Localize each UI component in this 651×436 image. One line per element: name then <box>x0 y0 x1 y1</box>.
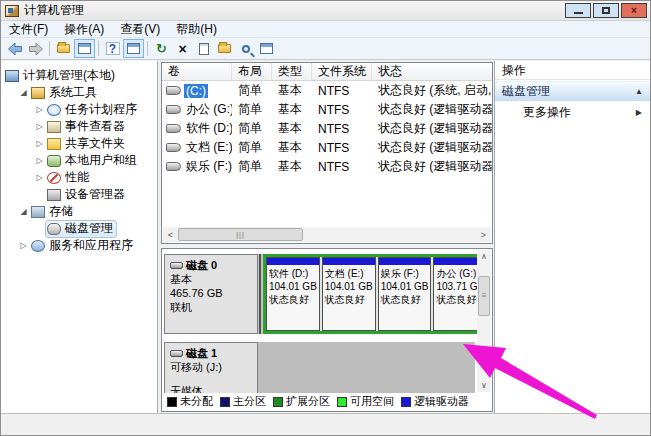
open-button[interactable] <box>214 39 235 58</box>
disk-graphical-pane: 磁盘 0 基本 465.76 GB 联机 (C:) 50.01 GB 状态良好 <box>161 248 493 412</box>
logical-drive-bar <box>267 258 319 265</box>
close-button[interactable]: × <box>621 3 647 18</box>
volume-fs: NTFS <box>312 122 372 136</box>
action-pane-icon <box>127 43 140 54</box>
center-panes: 卷 布局 类型 文件系统 状态 (C:) 简单 基本 NTFS 状态良好 (系统… <box>158 61 496 413</box>
window-bottom-strip <box>1 413 650 435</box>
table-row[interactable]: (C:) 简单 基本 NTFS 状态良好 (系统, 启动, <box>162 81 492 100</box>
collapsed-icon[interactable]: ▷ <box>17 241 30 250</box>
delete-button[interactable]: × <box>172 39 193 58</box>
collapsed-icon[interactable]: ▷ <box>33 122 46 131</box>
disk-1-label[interactable]: 磁盘 1 可移动 (J:) 无媒体 <box>164 342 258 394</box>
partition-legend: 未分配 主分区 扩展分区 可用空间 逻辑驱动器 <box>163 393 491 410</box>
scroll-up-icon[interactable]: ∧ <box>477 250 491 263</box>
tree-item-performance[interactable]: ▷ 性能 <box>1 169 157 186</box>
volume-layout: 简单 <box>232 101 272 118</box>
table-row[interactable]: 娱乐 (F:) 简单 基本 NTFS 状态良好 (逻辑驱动器 <box>162 157 492 176</box>
volume-status: 状态良好 (逻辑驱动器 <box>372 101 492 118</box>
show-action-pane-toggle[interactable] <box>123 39 144 58</box>
volume-type: 基本 <box>272 158 312 175</box>
tree-item-label: 任务计划程序 <box>65 101 137 118</box>
volume-status: 状态良好 (逻辑驱动器 <box>372 120 492 137</box>
tree-item-system-tools[interactable]: ◢ 系统工具 <box>1 84 157 101</box>
partition-d[interactable]: 软件 (D:) 104.01 GB 状态良好 <box>266 257 320 331</box>
legend-label: 主分区 <box>233 394 266 409</box>
console-window-icon <box>260 43 273 54</box>
volume-status: 状态良好 (系统, 启动, <box>372 82 492 99</box>
tree-item-shared-folders[interactable]: ▷ 共享文件夹 <box>1 135 157 152</box>
chevron-right-icon: ▶ <box>636 108 642 117</box>
search-icon <box>242 45 250 53</box>
menu-view[interactable]: 查看(V) <box>112 21 168 37</box>
volume-type: 基本 <box>272 139 312 156</box>
help-icon: ? <box>106 42 120 55</box>
scroll-left-icon[interactable]: < <box>163 230 178 240</box>
disk-0-label[interactable]: 磁盘 0 基本 465.76 GB 联机 <box>164 254 258 334</box>
menu-bar: 文件(F) 操作(A) 查看(V) 帮助(H) <box>1 21 650 38</box>
tree-item-services-applications[interactable]: ▷ 服务和应用程序 <box>1 237 157 254</box>
tree-item-event-viewer[interactable]: ▷ 事件查看器 <box>1 118 157 135</box>
column-header-type[interactable]: 类型 <box>272 63 312 80</box>
folder-up-icon <box>57 44 70 53</box>
up-level-button[interactable] <box>53 39 74 58</box>
console-window-button[interactable] <box>256 39 277 58</box>
tree-item-storage[interactable]: ◢ 存储 <box>1 203 157 220</box>
tree-item-disk-management[interactable]: 磁盘管理 <box>1 220 157 237</box>
title-bar[interactable]: 计算机管理 × <box>1 1 650 21</box>
scroll-right-icon[interactable]: > <box>476 230 491 240</box>
partition-c[interactable]: (C:) 50.01 GB 状态良好 <box>259 254 261 334</box>
volume-icon <box>166 105 181 114</box>
table-row[interactable]: 办公 (G:) 简单 基本 NTFS 状态良好 (逻辑驱动器 <box>162 100 492 119</box>
partition-f[interactable]: 娱乐 (F:) 104.01 GB 状态良好 <box>378 257 432 331</box>
refresh-icon: ↻ <box>156 42 167 55</box>
collapsed-icon[interactable]: ▷ <box>33 139 46 148</box>
volume-fs: NTFS <box>312 84 372 98</box>
volume-name: 娱乐 (F:) <box>184 158 232 175</box>
window-title: 计算机管理 <box>24 2 84 19</box>
properties-button[interactable] <box>193 39 214 58</box>
scrollbar-thumb[interactable]: ||| <box>178 228 303 241</box>
collapse-icon[interactable]: ▲ <box>635 87 643 96</box>
partition-status: 状态良好 <box>325 293 373 306</box>
back-button[interactable] <box>4 39 25 58</box>
menu-help[interactable]: 帮助(H) <box>168 21 225 37</box>
column-header-volume[interactable]: 卷 <box>162 63 232 80</box>
open-folder-icon <box>218 44 231 53</box>
partition-name: 软件 (D:) <box>269 267 317 280</box>
tree-item-local-users-groups[interactable]: ▷ 本地用户和组 <box>1 152 157 169</box>
menu-file[interactable]: 文件(F) <box>1 21 56 37</box>
column-header-status[interactable]: 状态 <box>372 63 492 80</box>
column-header-layout[interactable]: 布局 <box>232 63 272 80</box>
scrollbar-thumb[interactable]: ≡ <box>478 276 490 316</box>
actions-section-disk-management[interactable]: 磁盘管理 ▲ <box>495 81 650 101</box>
app-icon <box>5 5 19 17</box>
collapsed-icon[interactable]: ▷ <box>33 105 46 114</box>
forward-button[interactable] <box>25 39 46 58</box>
menu-action[interactable]: 操作(A) <box>56 21 112 37</box>
refresh-button[interactable]: ↻ <box>151 39 172 58</box>
table-row[interactable]: 文档 (E:) 简单 基本 NTFS 状态良好 (逻辑驱动器 <box>162 138 492 157</box>
expanded-icon[interactable]: ◢ <box>17 207 30 216</box>
table-row[interactable]: 软件 (D:) 简单 基本 NTFS 状态良好 (逻辑驱动器 <box>162 119 492 138</box>
collapsed-icon[interactable]: ▷ <box>33 156 46 165</box>
minimize-button[interactable] <box>565 3 591 18</box>
console-tree: 计算机管理(本地) ◢ 系统工具 ▷ 任务计划程序 ▷ 事件查看器 ▷ 共享文件… <box>1 61 158 413</box>
maximize-button[interactable] <box>593 3 619 18</box>
collapsed-icon[interactable]: ▷ <box>33 173 46 182</box>
help-button[interactable]: ? <box>102 39 123 58</box>
show-console-tree-toggle[interactable] <box>74 39 95 58</box>
volume-status: 状态良好 (逻辑驱动器 <box>372 158 492 175</box>
partition-e[interactable]: 文档 (E:) 104.01 GB 状态良好 <box>322 257 376 331</box>
find-button[interactable] <box>235 39 256 58</box>
vertical-scrollbar[interactable]: ∧ ≡ ∨ <box>477 250 491 392</box>
tree-item-device-manager[interactable]: 设备管理器 <box>1 186 157 203</box>
tree-item-computer-management[interactable]: 计算机管理(本地) <box>1 67 157 84</box>
volume-type: 基本 <box>272 120 312 137</box>
column-header-filesystem[interactable]: 文件系统 <box>312 63 372 80</box>
horizontal-scrollbar[interactable]: < ||| > <box>163 227 491 242</box>
tree-item-task-scheduler[interactable]: ▷ 任务计划程序 <box>1 101 157 118</box>
legend-label: 可用空间 <box>350 394 394 409</box>
more-actions-item[interactable]: 更多操作 ▶ <box>495 101 650 123</box>
scroll-down-icon[interactable]: ∨ <box>477 379 491 392</box>
expanded-icon[interactable]: ◢ <box>17 88 30 97</box>
